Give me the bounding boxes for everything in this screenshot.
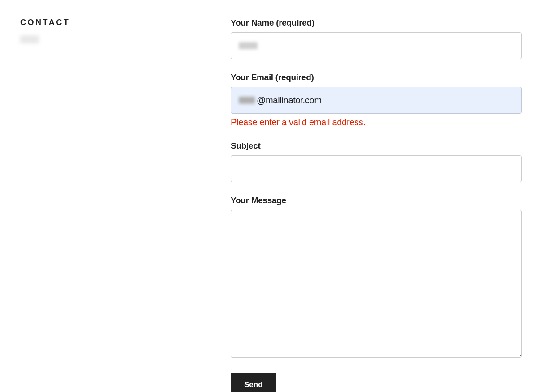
contact-form-main: Your Name (required) Your Email (require… xyxy=(231,18,522,392)
message-textarea[interactable] xyxy=(231,210,522,358)
name-field-group: Your Name (required) xyxy=(231,18,522,59)
contact-sidebar: CONTACT xyxy=(20,18,217,392)
name-label: Your Name (required) xyxy=(231,18,522,28)
contact-form: Your Name (required) Your Email (require… xyxy=(231,18,522,392)
send-button[interactable]: Send xyxy=(231,373,276,392)
name-input[interactable] xyxy=(231,32,522,59)
email-label: Your Email (required) xyxy=(231,72,522,82)
email-field-group: Your Email (required) @mailinator.com Pl… xyxy=(231,72,522,128)
subject-field-group: Subject xyxy=(231,141,522,182)
email-error-message: Please enter a valid email address. xyxy=(231,117,522,128)
subject-label: Subject xyxy=(231,141,522,151)
sidebar-blurred-text xyxy=(20,35,39,43)
message-field-group: Your Message xyxy=(231,196,522,359)
subject-input[interactable] xyxy=(231,155,522,182)
email-input[interactable] xyxy=(231,87,522,114)
sidebar-heading: CONTACT xyxy=(20,18,217,27)
message-label: Your Message xyxy=(231,196,522,205)
